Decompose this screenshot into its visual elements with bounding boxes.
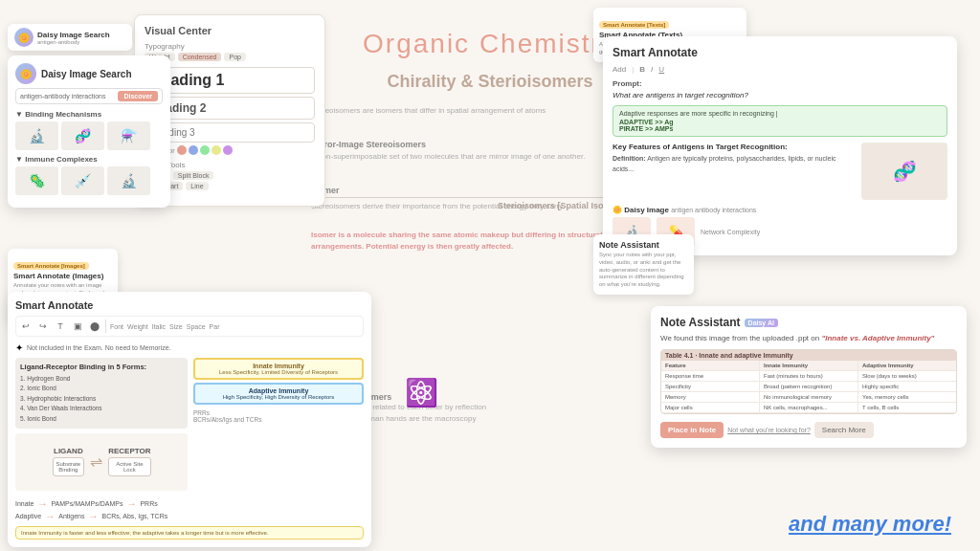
font-label: Font	[110, 323, 123, 330]
sa-right-panel: Innate Immunity Less Specificity, Limite…	[193, 358, 364, 491]
condensed-chip[interactable]: Condensed	[178, 53, 222, 61]
innate-effectiveness-box: Innate Immunity is faster and less effec…	[15, 526, 364, 540]
lr-arrow: ⇌	[90, 452, 102, 471]
italic-icon[interactable]: I	[651, 65, 653, 74]
typography-label: Typography	[145, 42, 315, 51]
sa-toolbar: ↩ ↪ T ▣ ⬤ Font Weight Italic Size Space …	[15, 316, 364, 337]
not-included-text: Not included in the Exam. No need to Mem…	[27, 344, 171, 351]
immune-thumb-2: 💉	[61, 166, 104, 195]
receptor-side: RECEPTOR Active Site Lock	[108, 447, 150, 476]
bg-mirror-desc: A non-superimposable set of two molecule…	[311, 151, 636, 163]
immune-section-title: ▼ Immune Complexes	[15, 155, 163, 164]
line-chip[interactable]: Line	[186, 182, 208, 190]
bg-desc1: Stereoisomers are isomers that differ in…	[311, 105, 636, 117]
color-dot-4	[212, 145, 221, 155]
adaptive-text: Adaptive responses are more specific in …	[619, 110, 941, 117]
sar-left: Key Features of Antigens in Target Recog…	[612, 143, 854, 200]
daisy-subtitle: antigen antibody interactions	[671, 207, 756, 213]
heading3-text: Heading 3	[151, 127, 308, 138]
dis-icon: 🌼	[15, 63, 36, 84]
nam-title: Note Assistant	[660, 316, 741, 329]
redo-icon[interactable]: ↪	[36, 320, 50, 333]
nam-highlight: "Innate vs. Adaptive Immunity"	[821, 334, 934, 342]
cell-major-cells: Major cells	[661, 403, 760, 412]
table-row-2: Specificity Broad (pattern recognition) …	[661, 382, 956, 392]
image-tool-icon[interactable]: ▣	[71, 320, 84, 333]
table-row-4: Major cells NK cells, macrophages... T c…	[661, 403, 956, 413]
nam-header-row: Feature Innate Immunity Adaptive Immunit…	[661, 361, 956, 371]
key-factors-title: Key Features of Antigens in Target Recog…	[612, 143, 854, 151]
bold-icon[interactable]: B	[639, 65, 645, 74]
not-included-notice: ✦ Not included in the Exam. No need to M…	[15, 342, 364, 353]
key-factors-text: Definition: Antigen are typically protei…	[612, 154, 854, 174]
italic-label: Italic	[152, 323, 166, 330]
chevron-down-icon: ▼	[15, 110, 23, 119]
color-dot-2	[189, 145, 198, 155]
binding-thumb-1: 🔬	[15, 121, 58, 150]
daisy-icon: 🌼	[612, 206, 624, 214]
adaptive-pirrate: ADAPTIVE >> AgPIRATE >> AMPs	[619, 119, 941, 132]
size-label: Size	[169, 323, 183, 330]
daisy-image-search-badge: 🌼 Daisy Image Search antigen-antibody	[8, 24, 132, 51]
note-assistant-main: Note Assistant Daisy AI We found this im…	[651, 306, 967, 448]
color-dot-3	[200, 145, 210, 155]
smart-annotate-right-panel: Smart Annotate Add | B I U Prompt: What …	[603, 36, 957, 255]
place-in-note-button[interactable]: Place in Note	[660, 422, 724, 438]
text-tool-icon[interactable]: T	[54, 320, 67, 333]
search-more-button[interactable]: Search More	[814, 422, 874, 438]
antigen-image: 🧬	[861, 143, 947, 200]
immune-thumb-3: 🔬	[107, 166, 150, 195]
toolbar-separator	[105, 320, 106, 333]
circle-tool-icon[interactable]: ⬤	[88, 320, 101, 333]
bg-subtitle: Chirality & Sterioisomers	[387, 72, 592, 92]
col-adaptive: Adaptive Immunity	[858, 361, 956, 370]
note-assistant-popup: Note Assistant Sync your notes with your…	[593, 234, 694, 295]
color-dot-5	[223, 145, 233, 155]
underline-icon[interactable]: U	[658, 65, 664, 74]
cell-adaptive-2: Highly specific	[858, 382, 956, 391]
daisy-badge-icon: 🌼	[14, 28, 33, 47]
daisy-image-search-popup: 🌼 Daisy Image Search antigen-antibody in…	[8, 55, 170, 208]
bottom-rows: Innate → PAMPs/MAMPs/DAMPs → PRRs Adapti…	[15, 498, 364, 521]
daisy-badge-desc: antigen-antibody	[37, 39, 110, 45]
ligand-box: Substrate Binding	[53, 457, 85, 476]
ligand-receptor-box: Ligand-Receptor Binding in 5 Forms: 1. H…	[15, 358, 188, 429]
lr-title: Ligand-Receptor Binding in 5 Forms:	[20, 363, 183, 371]
cell-specificity: Specificity	[661, 382, 760, 391]
visual-center-title: Visual Center	[145, 25, 315, 36]
sar-header: Smart Annotate	[612, 46, 947, 59]
sar-daisy-title: 🌼 Daisy Image antigen antibody interacti…	[612, 206, 947, 214]
discover-button[interactable]: Discover	[118, 91, 158, 101]
par-label: Par	[210, 323, 220, 330]
binding-thumb-2: 🧬	[61, 121, 104, 150]
sar-right: 🧬	[861, 143, 947, 200]
not-looking-button[interactable]: Not what you're looking for?	[727, 427, 811, 433]
pop-chip[interactable]: Pop	[224, 53, 245, 61]
lr-diagram: LIGAND Substrate Binding ⇌ RECEPTOR Acti…	[15, 433, 188, 491]
cell-adaptive-1: Slow (days to weeks)	[858, 371, 956, 381]
table-row-3: Memory No immunological memory Yes, memo…	[661, 392, 956, 403]
undo-icon[interactable]: ↩	[19, 320, 33, 333]
na-desc: Sync your notes with your ppt, video, au…	[599, 252, 688, 289]
chevron-down-icon-2: ▼	[15, 155, 23, 164]
nam-buttons: Place in Note Not what you're looking fo…	[660, 422, 957, 438]
heading1-text: Heading 1	[151, 72, 308, 89]
adaptive-immunity-box: Adaptive Immunity High Specificity, High…	[193, 383, 364, 405]
weight-label: Weight	[127, 323, 148, 330]
nam-table-title: Table 4.1 · Innate and adaptive Immunity	[661, 350, 956, 361]
sa-left-panel: Ligand-Receptor Binding in 5 Forms: 1. H…	[15, 358, 188, 491]
cell-innate-1: Fast (minutes to hours)	[760, 371, 858, 381]
sar-content: Key Features of Antigens in Target Recog…	[612, 143, 947, 200]
sa-header: Smart Annotate	[15, 299, 364, 311]
heading2-text: Heading 2	[151, 101, 308, 115]
nam-table: Table 4.1 · Innate and adaptive Immunity…	[660, 349, 957, 414]
table-row-1: Response time Fast (minutes to hours) Sl…	[661, 371, 956, 382]
split-block-chip[interactable]: Split Block	[173, 171, 214, 180]
sar-toolbar: Add | B I U	[612, 65, 947, 74]
cell-innate-2: Broad (pattern recognition)	[760, 382, 858, 391]
ligand-side: LIGAND Substrate Binding	[53, 447, 85, 476]
dis-search-bar[interactable]: antigen-antibody interactions Discover	[15, 88, 163, 104]
bg-title: Organic Chemistry	[363, 29, 617, 59]
lr-list: 1. Hydrogen Bond 2. Ionic Bond 3. Hydrop…	[20, 374, 183, 424]
adaptive-row: Adaptive → Antigens → BCRs, Abs, Igs, TC…	[15, 511, 364, 521]
